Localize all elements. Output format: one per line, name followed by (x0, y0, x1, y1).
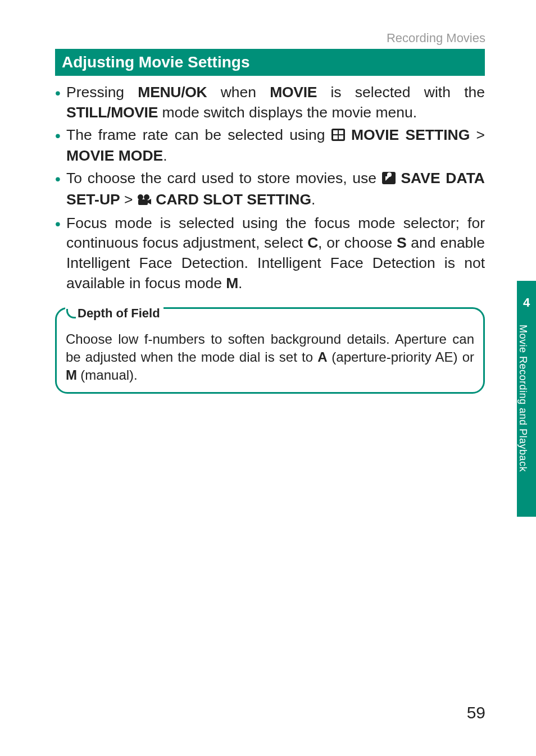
key-label: M (66, 367, 77, 382)
callout-box: Depth of Field Choose low f-numbers to s… (55, 307, 485, 394)
bullet-item: Focus mode is selected using the focus m… (55, 213, 485, 294)
bullet-item: Pressing MENU/OK when MOVIE is selected … (55, 83, 485, 123)
text: mode switch displays the movie menu. (158, 104, 417, 121)
wrench-icon (382, 170, 396, 190)
svg-rect-2 (339, 130, 343, 134)
text: . (163, 147, 167, 164)
svg-rect-1 (333, 130, 338, 134)
key-label: M (226, 275, 238, 292)
chapter-number: 4 (517, 281, 536, 310)
menu-label: MOVIE MODE (66, 147, 163, 164)
text: > (470, 126, 485, 143)
text: > (120, 191, 137, 208)
menu-label: CARD SLOT SETTING (152, 191, 311, 208)
text: when (207, 84, 270, 101)
svg-rect-8 (138, 199, 148, 205)
key-label: MENU/OK (138, 84, 207, 101)
text: To choose the card used to store movies,… (66, 170, 382, 186)
text: . (311, 191, 315, 208)
text: , or choose (318, 234, 397, 251)
page: Recording Movies Adjusting Movie Setting… (0, 0, 536, 756)
text: (manual). (77, 367, 138, 382)
text: . (238, 275, 242, 292)
movie-setting-icon (331, 126, 345, 147)
bullet-list: Pressing MENU/OK when MOVIE is selected … (55, 83, 485, 294)
text: (aperture-priority AE) or (327, 349, 474, 365)
chapter-label: Movie Recording and Playback (517, 310, 532, 472)
svg-rect-3 (333, 135, 338, 139)
key-label: STILL/MOVIE (66, 104, 158, 121)
bullet-item: To choose the card used to store movies,… (55, 168, 485, 211)
menu-label: MOVIE SETTING (351, 126, 470, 143)
text: The frame rate can be selected using (66, 126, 331, 143)
svg-point-7 (144, 194, 149, 200)
movie-icon (137, 191, 152, 211)
text: Pressing (66, 84, 138, 101)
key-label: C (307, 234, 318, 251)
svg-rect-4 (339, 135, 343, 139)
chapter-tab: 4 Movie Recording and Playback (517, 281, 536, 517)
section-heading: Adjusting Movie Settings (55, 49, 485, 76)
running-head: Recording Movies (387, 31, 485, 45)
svg-point-6 (138, 194, 143, 200)
text: is selected with the (317, 84, 485, 101)
body-text: Pressing MENU/OK when MOVIE is selected … (55, 83, 485, 294)
callout-title: Depth of Field (65, 306, 163, 321)
bullet-item: The frame rate can be selected using MOV… (55, 125, 485, 167)
key-label: MOVIE (270, 84, 317, 101)
key-label: S (397, 234, 406, 251)
page-number: 59 (467, 703, 485, 722)
key-label: A (317, 349, 327, 365)
